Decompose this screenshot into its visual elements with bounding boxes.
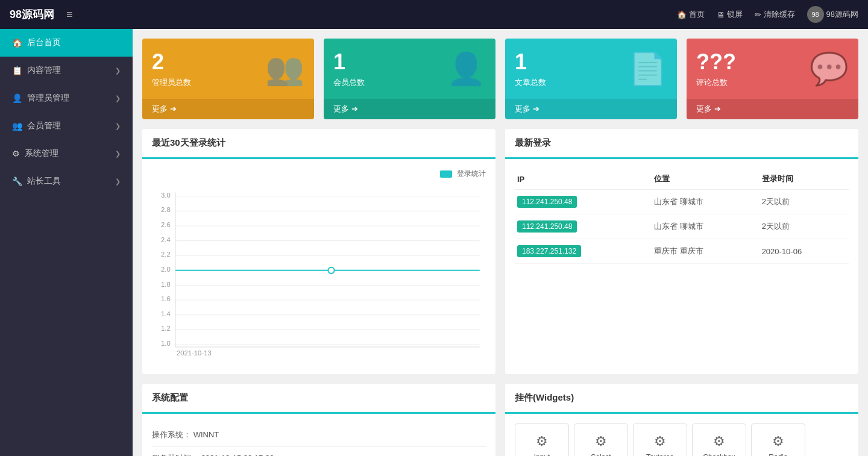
widget-radio-label: Radio [769, 453, 787, 456]
chart-panel: 最近30天登录统计 登录统计 3.0 2.8 2.6 2.4 2.2 [142, 129, 495, 374]
sidebar-item-system[interactable]: ⚙ 系统管理 ❯ [0, 140, 133, 167]
widget-input[interactable]: ⚙ Input [515, 423, 569, 456]
widgets-grid: ⚙ Input ⚙ Select ⚙ Textarea ⚙ [515, 423, 849, 456]
admins-number: 2 [152, 49, 191, 75]
config-os: 操作系统： WINNT [152, 423, 486, 447]
gear-icon: ⚙ [536, 434, 548, 449]
chart-panel-body: 登录统计 3.0 2.8 2.6 2.4 2.2 2.0 1.8 1.6 [142, 159, 495, 374]
admin-icon: 👤 [12, 93, 22, 103]
articles-icon: 📄 [628, 51, 667, 87]
main-content: 2 管理员总数 👥 更多 ➔ 1 会员总数 👤 更多 ➔ [133, 29, 868, 456]
members-number: 1 [333, 49, 365, 75]
widget-textarea-label: Textarea [646, 453, 674, 456]
comments-more-button[interactable]: 更多 ➔ [687, 99, 858, 119]
login-panel-body: IP 位置 登录时间 112.241.250.48 山东省 聊城市 2天以前 [505, 159, 858, 273]
chart-area: 3.0 2.8 2.6 2.4 2.2 2.0 1.8 1.6 1.4 1.2 … [152, 184, 486, 364]
admins-label: 管理员总数 [152, 77, 191, 88]
ip-cell: 183.227.251.132 [515, 239, 652, 264]
table-row: 112.241.250.48 山东省 聊城市 2天以前 [515, 190, 849, 214]
menu-toggle-icon[interactable]: ≡ [66, 8, 73, 21]
login-table: IP 位置 登录时间 112.241.250.48 山东省 聊城市 2天以前 [515, 169, 849, 264]
location-cell: 山东省 聊城市 [652, 190, 759, 214]
widget-input-label: Input [534, 453, 550, 456]
sidebar-item-content[interactable]: 📋 内容管理 ❯ [0, 57, 133, 84]
system-icon: ⚙ [12, 149, 20, 158]
sidebar-label-admin: 管理员管理 [27, 93, 69, 104]
svg-text:2.6: 2.6 [161, 221, 171, 228]
members-more-button[interactable]: 更多 ➔ [324, 99, 495, 119]
login-panel-title: 最新登录 [505, 129, 858, 159]
ip-cell: 112.241.250.48 [515, 190, 652, 214]
chevron-right-icon3: ❯ [115, 122, 121, 130]
sidebar-item-members[interactable]: 👥 会员管理 ❯ [0, 112, 133, 140]
widget-radio[interactable]: ⚙ Radio [751, 423, 805, 456]
sidebar-label-system: 系统管理 [25, 148, 58, 159]
widget-checkbox[interactable]: ⚙ Checkbox [692, 423, 746, 456]
svg-text:2.2: 2.2 [161, 251, 171, 258]
home-nav-item[interactable]: 🏠 首页 [677, 9, 705, 20]
sidebar-item-admin[interactable]: 👤 管理员管理 ❯ [0, 84, 133, 112]
gear-icon4: ⚙ [713, 434, 725, 449]
avatar: 98 [807, 6, 824, 23]
chevron-right-icon: ❯ [115, 67, 121, 75]
table-row: 112.241.250.48 山东省 聊城市 2天以前 [515, 214, 849, 239]
time-cell: 2020-10-06 [760, 239, 849, 264]
time-cell: 2天以前 [760, 190, 849, 214]
sidebar-label-members: 会员管理 [27, 120, 61, 131]
stat-card-comments: ??? 评论总数 💬 更多 ➔ [687, 39, 858, 119]
svg-text:1.0: 1.0 [161, 340, 171, 347]
admins-more-button[interactable]: 更多 ➔ [142, 99, 314, 119]
location-cell: 山东省 聊城市 [652, 214, 759, 239]
clear-cache-item[interactable]: ✏ 清除缓存 [755, 9, 795, 20]
stat-card-admins: 2 管理员总数 👥 更多 ➔ [142, 39, 314, 119]
stat-cards: 2 管理员总数 👥 更多 ➔ 1 会员总数 👤 更多 ➔ [142, 39, 858, 119]
svg-text:2.8: 2.8 [161, 206, 171, 213]
sidebar-item-tools[interactable]: 🔧 站长工具 ❯ [0, 167, 133, 195]
login-panel: 最新登录 IP 位置 登录时间 112.241.250.48 [505, 129, 858, 374]
location-cell: 重庆市 重庆市 [652, 239, 759, 264]
site-logo: 98源码网 [10, 7, 54, 22]
widgets-panel-body: ⚙ Input ⚙ Select ⚙ Textarea ⚙ [505, 414, 858, 456]
widget-select-label: Select [591, 453, 611, 456]
svg-text:2.0: 2.0 [161, 266, 171, 273]
time-cell: 2天以前 [760, 214, 849, 239]
members-icon: 👥 [12, 121, 22, 131]
system-config-title: 系统配置 [142, 384, 495, 414]
members-icon: 👤 [447, 51, 486, 87]
svg-text:1.6: 1.6 [161, 295, 171, 302]
panels-row-2: 系统配置 操作系统： WINNT 服务器时间： 2021-10-15 20:17… [142, 384, 858, 456]
header-right: 🏠 首页 🖥 锁屏 ✏ 清除缓存 98 98源码网 [677, 6, 858, 23]
chart-legend: 登录统计 [152, 169, 486, 179]
articles-label: 文章总数 [515, 77, 546, 88]
admins-icon: 👥 [265, 51, 304, 87]
gear-icon2: ⚙ [595, 434, 607, 449]
comments-icon: 💬 [810, 51, 849, 87]
comments-number: ??? [696, 49, 736, 75]
widgets-panel: 挂件(Widgets) ⚙ Input ⚙ Select ⚙ [505, 384, 858, 456]
gear-icon5: ⚙ [772, 434, 784, 449]
sidebar-item-home[interactable]: 🏠 后台首页 [0, 29, 133, 57]
content-icon: 📋 [12, 66, 22, 75]
articles-more-button[interactable]: 更多 ➔ [505, 99, 677, 119]
th-ip: IP [515, 169, 652, 190]
svg-text:2021-10-13: 2021-10-13 [177, 349, 212, 357]
user-info[interactable]: 98 98源码网 [807, 6, 858, 23]
svg-point-24 [328, 267, 334, 273]
lock-screen-item[interactable]: 🖥 锁屏 [717, 9, 743, 20]
system-config-panel: 系统配置 操作系统： WINNT 服务器时间： 2021-10-15 20:17… [142, 384, 495, 456]
gear-icon3: ⚙ [654, 434, 666, 449]
svg-text:1.2: 1.2 [161, 325, 171, 332]
ip-cell: 112.241.250.48 [515, 214, 652, 239]
widget-textarea[interactable]: ⚙ Textarea [633, 423, 687, 456]
stat-card-articles: 1 文章总数 📄 更多 ➔ [505, 39, 677, 119]
config-time: 服务器时间： 2021-10-15 20:17:26 [152, 447, 486, 456]
sidebar-label-content: 内容管理 [27, 65, 61, 76]
chart-panel-title: 最近30天登录统计 [142, 129, 495, 159]
articles-number: 1 [515, 49, 546, 75]
home-icon: 🏠 [12, 38, 22, 48]
svg-text:1.8: 1.8 [161, 281, 171, 288]
svg-text:3.0: 3.0 [161, 192, 171, 199]
widget-select[interactable]: ⚙ Select [574, 423, 628, 456]
th-location: 位置 [652, 169, 759, 190]
widget-checkbox-label: Checkbox [703, 453, 735, 456]
